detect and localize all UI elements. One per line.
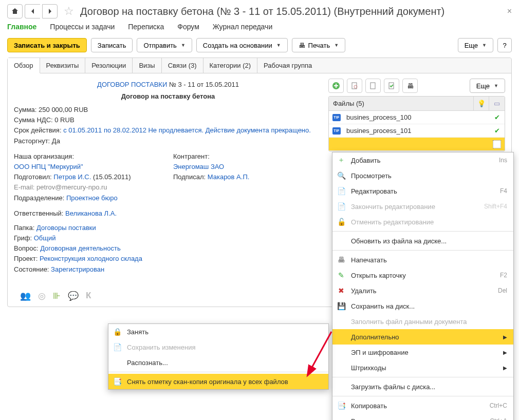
save-button[interactable]: Записать: [91, 38, 133, 52]
ctx-save-disk[interactable]: 💾Сохранить на диск...: [332, 298, 513, 314]
tab-links[interactable]: Связи (3): [162, 58, 203, 73]
k-icon[interactable]: К: [86, 291, 91, 301]
nav-processes[interactable]: Процессы и задачи: [50, 23, 115, 31]
ctx-edit-label: Редактировать: [351, 187, 485, 195]
files-col-bulb[interactable]: 💡: [474, 97, 489, 110]
printer-icon: 🖶: [299, 42, 305, 49]
ctx-update-file-label: Обновить из файла на диске...: [351, 237, 507, 245]
overview-subtitle: Договор на поставку бетона: [14, 92, 322, 100]
ctx-edit[interactable]: 📄РедактироватьF4: [332, 183, 513, 199]
ctx-delete-label: Удалить: [351, 287, 483, 295]
tab-workgroup[interactable]: Рабочая группа: [257, 58, 318, 73]
responsible-link[interactable]: Великанова Л.А.: [65, 209, 117, 217]
files-col-page[interactable]: ▭: [489, 97, 505, 110]
chat-icon[interactable]: 💬: [68, 291, 79, 301]
circle-icon[interactable]: ◎: [38, 291, 46, 301]
file-print-button[interactable]: 🖶: [402, 79, 418, 93]
ctx-update-file[interactable]: Обновить из файла на диске...: [332, 233, 513, 249]
context-submenu-additional: 🔒Занять 📄Сохранить изменения Распознать.…: [108, 323, 329, 390]
tab-visas[interactable]: Визы: [133, 58, 161, 73]
ctx-lock[interactable]: 🔒Занять: [108, 324, 328, 339]
ctx-load-files[interactable]: Загрузить файлы с диска...: [332, 379, 513, 394]
our-org-link[interactable]: ООО НПЦ "Меркурий": [14, 163, 83, 170]
file-view-button[interactable]: [347, 79, 362, 93]
ctx-remove-scan-mark[interactable]: 📑Снять отметку скан-копия оригинала у вс…: [108, 374, 328, 389]
ctx-open-card[interactable]: ✎Открыть карточкуF2: [332, 268, 513, 283]
ctx-open-card-label: Открыть карточку: [351, 272, 485, 279]
department-link[interactable]: Проектное бюро: [66, 194, 118, 202]
files-more-button[interactable]: Еще▼: [470, 79, 505, 93]
stamp-link[interactable]: Общий: [34, 234, 56, 242]
files-header[interactable]: Файлы (5): [329, 97, 474, 110]
tab-requisites[interactable]: Реквизиты: [40, 58, 86, 73]
ctx-add-label: Добавить: [351, 157, 484, 164]
ctx-select-all[interactable]: Выделить всеCtrl+A: [332, 413, 513, 420]
ctx-print[interactable]: 🖶Напечатать: [332, 252, 513, 268]
nav-forum[interactable]: Форум: [177, 23, 199, 31]
counterparty-link[interactable]: Энергомаш ЗАО: [173, 163, 224, 170]
ctx-signing[interactable]: ЭП и шифрование▶: [332, 345, 513, 360]
ctx-barcodes-label: Штрихкоды: [351, 364, 498, 372]
home-button[interactable]: [7, 4, 23, 18]
file-row-selected[interactable]: [329, 138, 505, 151]
save-close-button[interactable]: Записать и закрыть: [7, 38, 87, 52]
back-button[interactable]: [25, 4, 40, 18]
ctx-separator: [332, 231, 513, 232]
ctx-recognize[interactable]: Распознать...: [108, 355, 328, 370]
print-button[interactable]: 🖶Печать▼: [292, 38, 346, 52]
tab-categories[interactable]: Категории (2): [203, 58, 258, 73]
email-label: E-mail:: [14, 183, 36, 191]
ctx-delete-shortcut: Del: [498, 287, 507, 294]
more-button[interactable]: Еще▼: [458, 38, 493, 52]
tif-icon: TIF: [332, 114, 341, 121]
validity-link[interactable]: с 01.05.2011 по 28.02.2012 Не продлевает…: [63, 126, 311, 134]
send-button[interactable]: Отправить▼: [137, 38, 192, 52]
tab-overview[interactable]: Обзор: [8, 58, 40, 73]
vat-value: 0 RUB: [54, 116, 74, 124]
chevron-down-icon: ▼: [334, 43, 339, 48]
nav-correspondence[interactable]: Переписка: [128, 23, 164, 31]
favorite-star-icon[interactable]: ☆: [64, 5, 74, 18]
ctx-finish-edit-shortcut: Shift+F4: [484, 203, 507, 210]
chevron-down-icon: ▼: [276, 43, 281, 48]
question-link[interactable]: Договорная деятельность: [40, 244, 121, 252]
file-row[interactable]: TIF busines_process_100 ✔: [329, 111, 505, 124]
close-button[interactable]: ×: [507, 7, 512, 16]
ctx-delete[interactable]: ✖УдалитьDel: [332, 283, 513, 298]
state-link[interactable]: Зарегистрирован: [51, 265, 104, 273]
tree-icon[interactable]: ⊪: [53, 291, 61, 301]
printer-icon: 🖶: [337, 256, 346, 264]
file-edit-button[interactable]: [365, 79, 381, 93]
signed-link[interactable]: Макаров А.П.: [208, 173, 250, 181]
overview-head-link[interactable]: ДОГОВОР ПОСТАВКИ: [97, 81, 167, 88]
prepared-date: (15.05.2011): [91, 173, 131, 181]
nav-main[interactable]: Главное: [7, 23, 36, 31]
our-org-label: Наша организация:: [14, 152, 163, 161]
question-label: Вопрос:: [14, 244, 40, 252]
ctx-separator: [332, 396, 513, 396]
create-based-button[interactable]: Создать на основании▼: [196, 38, 288, 52]
ctx-add[interactable]: ＋ДобавитьIns: [332, 152, 513, 168]
nav-transfer-log[interactable]: Журнал передачи: [213, 23, 272, 31]
forward-button[interactable]: [42, 4, 58, 18]
chevron-down-icon: ▼: [482, 43, 487, 48]
folder-link[interactable]: Договоры поставки: [36, 224, 96, 232]
prepared-link[interactable]: Петров И.С.: [53, 173, 91, 181]
file-add-button[interactable]: [328, 79, 344, 93]
file-finish-button[interactable]: [384, 79, 399, 93]
users-icon[interactable]: 👥: [20, 291, 31, 301]
ctx-save-disk-label: Сохранить на диск...: [351, 302, 507, 310]
tab-resolutions[interactable]: Резолюции: [85, 58, 133, 73]
ctx-additional[interactable]: Дополнительно▶: [332, 329, 513, 345]
ctx-copy-label: Копировать: [351, 402, 474, 410]
check-box: [493, 140, 501, 148]
stamp-label: Гриф:: [14, 234, 34, 242]
ctx-view[interactable]: 🔍Просмотреть: [332, 168, 513, 183]
help-button[interactable]: ?: [497, 38, 512, 52]
ctx-load-files-label: Загрузить файлы с диска...: [351, 383, 507, 391]
project-link[interactable]: Реконструкция холодного склада: [40, 255, 142, 262]
ctx-copy[interactable]: 📑КопироватьCtrl+C: [332, 398, 513, 413]
file-row[interactable]: TIF busines_process_101 ✔: [329, 124, 505, 138]
check-icon: ✔: [489, 127, 505, 135]
ctx-barcodes[interactable]: Штрихкоды▶: [332, 360, 513, 375]
